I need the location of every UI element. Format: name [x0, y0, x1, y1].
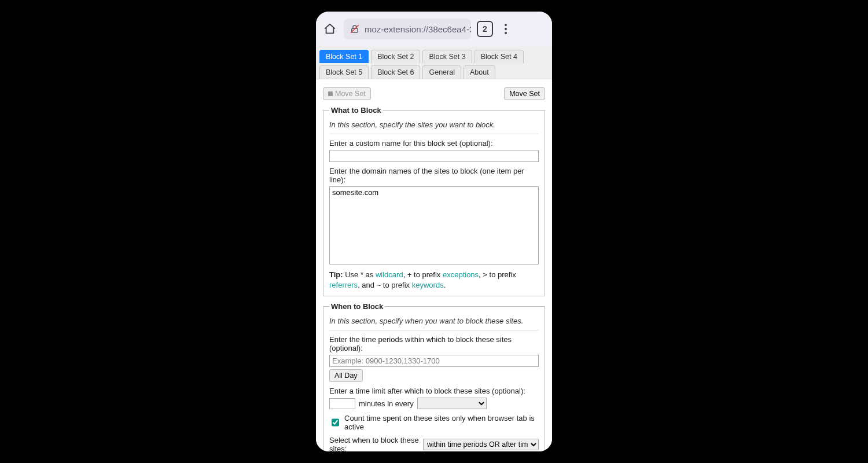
count-active-row: Count time spent on these sites only whe…: [329, 414, 539, 431]
move-set-left-button: Move Set: [323, 87, 371, 100]
exceptions-link[interactable]: exceptions: [443, 270, 479, 279]
when-to-block-fieldset: When to Block In this section, specify w…: [323, 302, 545, 451]
tab-count-value: 2: [483, 24, 487, 34]
tab-blockset-5[interactable]: Block Set 5: [319, 65, 369, 79]
when-hint: In this section, specify when you want t…: [329, 315, 539, 330]
periods-input[interactable]: [329, 355, 539, 367]
tab-blockset-1[interactable]: Block Set 1: [319, 50, 369, 63]
tab-general[interactable]: General: [422, 65, 461, 79]
tip-prefix: Tip:: [329, 270, 343, 279]
settings-panel: Move Set Move Set What to Block In this …: [316, 79, 552, 451]
domains-textarea[interactable]: [329, 186, 539, 264]
tip-part: , and ~ to prefix: [358, 281, 412, 289]
limit-label: Enter a time limit after which to block …: [329, 387, 539, 395]
tab-blockset-4[interactable]: Block Set 4: [475, 50, 524, 63]
tab-blockset-3[interactable]: Block Set 3: [422, 50, 472, 63]
minutes-input[interactable]: [329, 398, 355, 409]
browser-chrome: moz-extension://38ec6ea4-3 2: [316, 12, 552, 46]
stop-icon: [328, 91, 333, 96]
home-button[interactable]: [322, 21, 338, 37]
set-name-input[interactable]: [329, 150, 539, 162]
wildcard-link[interactable]: wildcard: [376, 270, 403, 279]
all-day-button[interactable]: All Day: [329, 369, 363, 382]
block-mode-select[interactable]: within time periods OR after time limit: [423, 439, 539, 450]
home-icon: [323, 23, 336, 35]
tip-part: .: [444, 281, 446, 289]
what-to-block-fieldset: What to Block In this section, specify t…: [323, 106, 545, 296]
tab-blockset-6[interactable]: Block Set 6: [371, 65, 420, 79]
move-set-left-label: Move Set: [335, 90, 366, 98]
period-select[interactable]: [417, 398, 487, 409]
mobile-device-frame: moz-extension://38ec6ea4-3 2 Block Set 1…: [316, 12, 552, 451]
what-legend: What to Block: [329, 106, 383, 115]
periods-label: Enter the time periods within which to b…: [329, 335, 539, 352]
move-set-right-button[interactable]: Move Set: [504, 87, 545, 100]
tab-count-button[interactable]: 2: [477, 21, 493, 37]
block-mode-row: Select when to block these sites: within…: [329, 436, 539, 451]
page-content: Block Set 1 Block Set 2 Block Set 3 Bloc…: [316, 46, 552, 451]
insecure-lock-icon: [350, 24, 360, 34]
block-mode-label: Select when to block these sites:: [329, 436, 420, 451]
tip-part: , > to prefix: [479, 270, 516, 279]
dot-icon: [505, 32, 507, 34]
limit-row: minutes in every: [329, 398, 539, 409]
tab-blockset-2[interactable]: Block Set 2: [371, 50, 420, 63]
tip-text: Tip: Use * as wildcard, + to prefix exce…: [329, 270, 539, 290]
tab-about[interactable]: About: [464, 65, 495, 79]
set-name-label: Enter a custom name for this block set (…: [329, 139, 539, 148]
dot-icon: [505, 28, 507, 30]
referrers-link[interactable]: referrers: [329, 281, 358, 289]
when-legend: When to Block: [329, 302, 385, 311]
keywords-link[interactable]: keywords: [412, 281, 444, 289]
move-set-right-label: Move Set: [509, 90, 540, 98]
domains-label: Enter the domain names of the sites to b…: [329, 167, 539, 184]
dot-icon: [505, 24, 507, 26]
url-bar[interactable]: moz-extension://38ec6ea4-3: [344, 19, 471, 39]
count-active-checkbox[interactable]: [332, 418, 339, 427]
browser-menu-button[interactable]: [499, 24, 513, 34]
minutes-text: minutes in every: [359, 399, 414, 408]
what-hint: In this section, specify the sites you w…: [329, 119, 539, 134]
tip-part: Use * as: [343, 270, 376, 279]
count-active-label: Count time spent on these sites only whe…: [344, 414, 539, 431]
move-set-row: Move Set Move Set: [323, 87, 545, 100]
url-text: moz-extension://38ec6ea4-3: [365, 24, 471, 34]
tip-part: , + to prefix: [403, 270, 443, 279]
tab-bar: Block Set 1 Block Set 2 Block Set 3 Bloc…: [316, 46, 552, 79]
